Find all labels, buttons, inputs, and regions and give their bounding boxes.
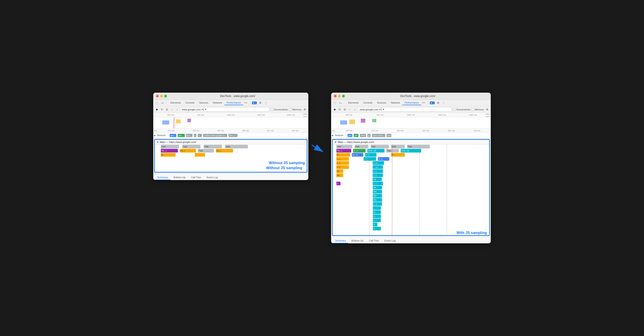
net-chip-gen3: gen_2...	[228, 134, 238, 137]
tab-event-log-right[interactable]: Event Log	[382, 238, 398, 243]
mobile-icon[interactable]: ▭	[160, 101, 164, 105]
tab-console[interactable]: Console	[183, 101, 197, 105]
right-tick-1: 497 ms	[334, 114, 364, 116]
r-task-5: Task	[407, 145, 430, 149]
clear-icon[interactable]: ⊘	[165, 108, 169, 111]
record-icon[interactable]: ⏺	[155, 108, 159, 111]
cpu-label: CPU	[303, 113, 308, 115]
right-download-icon[interactable]: ↓	[353, 108, 357, 111]
sep-1	[166, 101, 166, 105]
tab-summary-right[interactable]: Summary	[333, 238, 348, 243]
right-tab-console[interactable]: Console	[361, 101, 375, 105]
right-upload-icon[interactable]: ↑	[348, 108, 352, 111]
right-bottom-tabs: Summary Bottom-Up Call Tree Event Log	[331, 237, 491, 243]
tab-call-tree-right[interactable]: Call Tree	[367, 238, 381, 243]
tab-bottom-up-right[interactable]: Bottom-Up	[349, 238, 366, 243]
right-devtools-window: DevTools - www.google.com/ ⬚ ▭ Elements …	[331, 93, 491, 243]
right-ruler-ms-1: 197 ms	[336, 130, 362, 132]
upload-icon[interactable]: ↑	[170, 108, 174, 111]
memory-label: Memory	[292, 108, 302, 111]
reload-icon[interactable]: ↻	[160, 108, 164, 111]
right-reload-icon[interactable]: ↻	[338, 108, 342, 111]
maximize-button[interactable]	[164, 95, 167, 97]
memory-checkbox[interactable]	[289, 108, 292, 111]
right-more-icon[interactable]: ⋮	[442, 101, 446, 105]
r-paren3: (...)	[336, 161, 349, 165]
right-flame-chart[interactable]: Task Task Task Task Task Pa...L C...t	[333, 145, 489, 235]
net-chip-goo: goo...	[170, 134, 176, 137]
right-timeline-mini[interactable]	[331, 117, 491, 128]
left-url-bar: www.google.com #1 ▾	[180, 107, 269, 112]
right-tab-elements[interactable]: Elements	[346, 101, 361, 105]
right-flame-row-8: ea (...)	[333, 173, 489, 177]
right-collapse-arrow[interactable]: ▼	[334, 141, 337, 144]
left-timeline-mini[interactable]	[153, 117, 308, 128]
right-tab-performance[interactable]: Performance	[402, 101, 421, 105]
settings-icon[interactable]: ⚙	[303, 108, 306, 111]
tab-event-log-left[interactable]: Event Log	[204, 175, 220, 180]
right-more-tabs-button[interactable]: >>	[421, 101, 426, 105]
right-flame-row-3: E... (a...s) F...l R...	[333, 153, 489, 157]
right-tab-sources[interactable]: Sources	[375, 101, 388, 105]
r-ct: C...t	[353, 149, 366, 153]
collapse-arrow[interactable]: ▼	[157, 141, 159, 144]
right-minimize-button[interactable]	[338, 95, 341, 97]
right-url-dropdown[interactable]: ▾	[383, 108, 384, 111]
screenshots-checkbox[interactable]	[271, 108, 273, 111]
more-icon[interactable]: ⋮	[264, 101, 268, 105]
left-flame-chart[interactable]: Task Task Task Task Pa...L Ev...t Task	[155, 145, 307, 172]
r-x: X...	[373, 214, 381, 218]
tab-performance[interactable]: Performance	[224, 101, 243, 105]
r-kla: Kla	[373, 198, 382, 202]
right-flame-row-18: X...	[333, 214, 489, 218]
parse-block: Pa...L	[161, 149, 178, 153]
right-settings-icon[interactable]: ⚙	[485, 108, 489, 111]
flame-row-3: E...	[155, 153, 307, 157]
r-as: (a...s)	[352, 153, 363, 157]
tab-network[interactable]: Network	[211, 101, 224, 105]
right-flame-row-21: A...	[333, 226, 489, 231]
right-maximize-button[interactable]	[342, 95, 345, 97]
right-clear-icon[interactable]: ⊘	[343, 108, 347, 111]
tab-call-tree-left[interactable]: Call Tree	[189, 175, 204, 180]
ruler-ms-1: 247 ms	[159, 130, 184, 132]
notification-badge: ■ 1	[252, 102, 257, 104]
tab-elements[interactable]: Elements	[168, 101, 183, 105]
tick-2: 997 ms	[186, 114, 216, 116]
flame-row-tasks: Task Task Task Task	[155, 145, 307, 149]
right-tick-4: 1997 ms	[426, 114, 458, 116]
right-tab-network[interactable]: Network	[388, 101, 402, 105]
expand-arrow[interactable]: ▶	[154, 134, 156, 137]
right-screenshots-checkbox[interactable]	[453, 108, 456, 111]
right-mobile-icon[interactable]: ▭	[338, 101, 342, 105]
right-gear-icon[interactable]: ⚙	[436, 101, 440, 105]
r-pal: Pa...L	[336, 149, 351, 153]
task-block-2: Task	[182, 145, 200, 149]
right-flame-row-4: (...) (...) b...e	[333, 157, 489, 161]
right-flame-row-2: Pa...L C...t Eval...ipt Task Eval...ipt	[333, 149, 489, 153]
right-nav-toolbar: ⬚ ▭ Elements Console Sources Network Per…	[331, 100, 491, 106]
right-network-label: Network	[335, 134, 346, 137]
tab-sources[interactable]: Sources	[197, 101, 210, 105]
right-ruler-ms-4: 347 ms	[413, 130, 438, 132]
tick-1: 497 ms	[156, 114, 186, 116]
tab-bottom-up-left[interactable]: Bottom-Up	[171, 175, 188, 180]
right-close-button[interactable]	[334, 95, 336, 97]
url-dropdown[interactable]: ▾	[205, 108, 206, 111]
download-icon[interactable]: ↓	[175, 108, 179, 111]
task-block-4: Task	[225, 145, 248, 149]
close-button[interactable]	[156, 95, 159, 97]
main-header-text: Main — https://www.google.com/	[160, 141, 196, 144]
right-flame-row-15: (...)	[333, 202, 489, 206]
tab-summary-left[interactable]: Summary	[155, 175, 170, 180]
right-record-icon[interactable]: ⏺	[333, 108, 336, 111]
right-cursor-icon[interactable]: ⬚	[333, 101, 336, 105]
more-tabs-button[interactable]: >>	[243, 101, 248, 105]
right-net-chip-gen4: gen	[386, 134, 391, 137]
minimize-button[interactable]	[160, 95, 163, 97]
right-expand-arrow[interactable]: ▶	[332, 134, 334, 137]
cursor-icon[interactable]: ⬚	[155, 101, 159, 105]
right-memory-checkbox[interactable]	[472, 108, 474, 111]
left-url-bar-row: ⏺ ↻ ⊘ ↑ ↓ www.google.com #1 ▾ Screenshot…	[153, 106, 308, 113]
gear-icon[interactable]: ⚙	[258, 101, 262, 105]
